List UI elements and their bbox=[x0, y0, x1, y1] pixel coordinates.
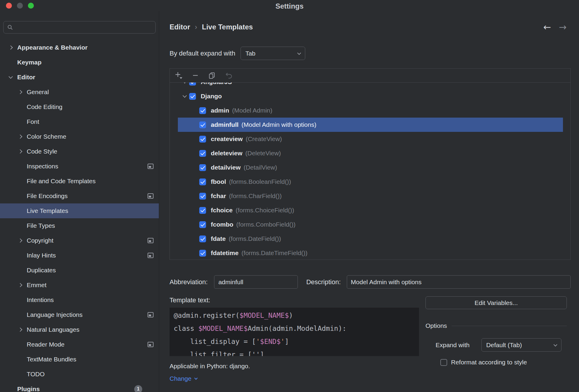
template-row-adminfull[interactable]: adminfull(Model Admin with options) bbox=[178, 118, 563, 132]
history-nav: ← → bbox=[543, 23, 567, 32]
minimize-window-button[interactable] bbox=[17, 3, 23, 9]
template-checkbox-checked[interactable] bbox=[199, 150, 206, 157]
sidebar-item-color-scheme[interactable]: Color Scheme bbox=[0, 129, 159, 144]
chevron-down-icon bbox=[194, 376, 197, 380]
sidebar-item-plugins[interactable]: Plugins1 bbox=[0, 382, 159, 392]
template-row-fdate[interactable]: fdate(forms.DateField()) bbox=[178, 232, 563, 246]
duplicate-template-button[interactable] bbox=[207, 71, 217, 80]
template-name: fdate bbox=[211, 235, 226, 242]
template-row-fbool[interactable]: fbool(forms.BooleanField()) bbox=[178, 175, 563, 189]
template-row-angularjs[interactable]: AngularJS bbox=[178, 83, 563, 89]
template-row-deleteview[interactable]: deleteview(DeleteView) bbox=[178, 146, 563, 160]
sidebar-item-code-style[interactable]: Code Style bbox=[0, 144, 159, 159]
change-context-link[interactable]: Change bbox=[170, 375, 419, 382]
template-checkbox-checked[interactable] bbox=[199, 207, 206, 214]
sidebar-item-label: Inspections bbox=[27, 163, 58, 170]
edit-variables-button[interactable]: Edit Variables... bbox=[425, 296, 567, 309]
breadcrumb-live-templates: Live Templates bbox=[202, 23, 253, 31]
template-name: deleteview bbox=[211, 150, 242, 157]
expand-with-dropdown[interactable]: Default (Tab) bbox=[481, 338, 561, 352]
chevron-right-icon bbox=[14, 284, 27, 287]
chevron-down-icon bbox=[4, 77, 17, 78]
template-checkbox-checked[interactable] bbox=[199, 164, 206, 171]
sidebar-item-font[interactable]: Font bbox=[0, 114, 159, 129]
chevron-down-icon[interactable] bbox=[180, 96, 189, 97]
search-input[interactable] bbox=[15, 24, 152, 31]
sidebar-item-keymap[interactable]: Keymap bbox=[0, 55, 159, 70]
sidebar-item-reader-mode[interactable]: Reader Mode bbox=[0, 337, 159, 352]
template-checkbox-checked[interactable] bbox=[189, 93, 196, 100]
template-row-detailview[interactable]: detailview(DetailView) bbox=[178, 160, 563, 175]
chevron-right-icon bbox=[14, 328, 27, 331]
template-row-admin[interactable]: admin(Model Admin) bbox=[178, 103, 563, 118]
options-column: Edit Variables... Options Expand with De… bbox=[425, 296, 571, 382]
in-editor-icon bbox=[148, 164, 154, 169]
remove-template-button[interactable] bbox=[191, 71, 200, 80]
sidebar-item-duplicates[interactable]: Duplicates bbox=[0, 263, 159, 278]
chevron-down-icon[interactable] bbox=[180, 83, 189, 83]
sidebar-item-inlay-hints[interactable]: Inlay Hints bbox=[0, 248, 159, 263]
sidebar-item-appearance-behavior[interactable]: Appearance & Behavior bbox=[0, 40, 159, 55]
template-list: AngularJSDjangoadmin(Model Admin)adminfu… bbox=[170, 83, 570, 260]
abbreviation-field[interactable] bbox=[214, 275, 298, 289]
sidebar-item-general[interactable]: General bbox=[0, 85, 159, 99]
sidebar-item-textmate-bundles[interactable]: TextMate Bundles bbox=[0, 352, 159, 367]
breadcrumb-editor[interactable]: Editor bbox=[170, 23, 190, 31]
template-name: fchoice bbox=[211, 207, 233, 214]
template-checkbox-checked[interactable] bbox=[199, 221, 206, 228]
sidebar-item-inspections[interactable]: Inspections bbox=[0, 159, 159, 174]
sidebar-item-code-editing[interactable]: Code Editing bbox=[0, 99, 159, 114]
sidebar-item-file-and-code-templates[interactable]: File and Code Templates bbox=[0, 174, 159, 189]
reformat-checkbox-unchecked[interactable] bbox=[440, 359, 447, 366]
back-arrow-icon[interactable]: ← bbox=[543, 23, 551, 32]
sidebar-item-copyright[interactable]: Copyright bbox=[0, 233, 159, 248]
restore-defaults-button[interactable] bbox=[224, 71, 233, 80]
sidebar-item-label: File and Code Templates bbox=[27, 178, 96, 185]
default-expand-dropdown[interactable]: Tab bbox=[241, 47, 305, 60]
zoom-window-button[interactable] bbox=[28, 3, 34, 9]
template-row-fchoice[interactable]: fchoice(forms.ChoiceField()) bbox=[178, 203, 563, 217]
settings-search-box[interactable] bbox=[3, 21, 156, 34]
abbreviation-description-row: Abbreviation: Description: bbox=[170, 275, 571, 289]
sidebar-item-label: Emmet bbox=[27, 282, 47, 289]
template-description: (Model Admin) bbox=[232, 107, 272, 114]
template-checkbox-checked[interactable] bbox=[199, 136, 206, 143]
template-checkbox-checked[interactable] bbox=[199, 178, 206, 185]
template-row-createview[interactable]: createview(CreateView) bbox=[178, 132, 563, 146]
template-row-fcombo[interactable]: fcombo(forms.ComboField()) bbox=[178, 217, 563, 232]
sidebar-item-live-templates[interactable]: Live Templates bbox=[0, 203, 159, 218]
code-line: list_display = ['$END$'] bbox=[174, 335, 419, 348]
description-field[interactable] bbox=[347, 275, 571, 289]
sidebar-item-emmet[interactable]: Emmet bbox=[0, 278, 159, 293]
description-label: Description: bbox=[306, 278, 341, 286]
forward-arrow-icon[interactable]: → bbox=[559, 23, 567, 32]
template-row-django[interactable]: Django bbox=[178, 89, 563, 103]
sidebar-item-label: TODO bbox=[27, 371, 45, 378]
sidebar-item-language-injections[interactable]: Language Injections bbox=[0, 307, 159, 322]
breadcrumb-separator: › bbox=[195, 23, 197, 31]
template-row-fdatetime[interactable]: fdatetime(forms.DateTimeField()) bbox=[178, 246, 563, 260]
template-checkbox-checked[interactable] bbox=[199, 107, 206, 114]
sidebar-item-label: Code Style bbox=[27, 148, 57, 155]
template-checkbox-checked[interactable] bbox=[199, 121, 206, 128]
add-template-button[interactable] bbox=[174, 71, 183, 80]
titlebar: Settings bbox=[0, 0, 579, 11]
sidebar-item-todo[interactable]: TODO bbox=[0, 367, 159, 382]
default-expand-row: By default expand with Tab bbox=[170, 47, 571, 60]
plugins-count-badge: 1 bbox=[134, 385, 142, 392]
sidebar-item-intentions[interactable]: Intentions bbox=[0, 293, 159, 307]
close-window-button[interactable] bbox=[6, 3, 12, 9]
sidebar-item-file-types[interactable]: File Types bbox=[0, 218, 159, 233]
template-row-fchar[interactable]: fchar(forms.CharField()) bbox=[178, 189, 563, 203]
template-checkbox-checked[interactable] bbox=[199, 193, 206, 200]
sidebar-item-label: Font bbox=[27, 118, 39, 125]
template-checkbox-checked[interactable] bbox=[199, 235, 206, 242]
template-checkbox-checked[interactable] bbox=[189, 83, 196, 86]
sidebar-item-file-encodings[interactable]: File Encodings bbox=[0, 189, 159, 203]
template-description: (Model Admin with options) bbox=[241, 121, 316, 128]
sidebar-item-natural-languages[interactable]: Natural Languages bbox=[0, 322, 159, 337]
template-description: (forms.CharField()) bbox=[229, 192, 281, 200]
template-text-editor[interactable]: @admin.register($MODEL_NAME$)class $MODE… bbox=[170, 308, 419, 356]
sidebar-item-editor[interactable]: Editor bbox=[0, 70, 159, 85]
template-checkbox-checked[interactable] bbox=[199, 250, 206, 257]
